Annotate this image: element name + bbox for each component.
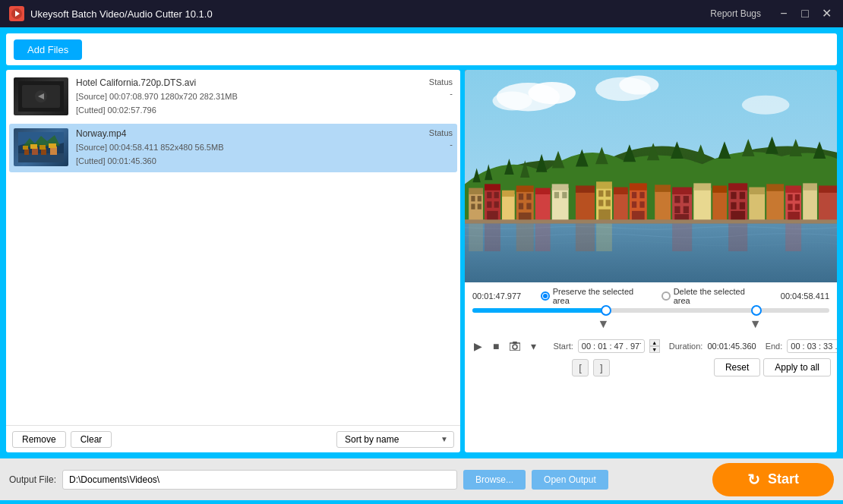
svg-rect-64 bbox=[630, 183, 647, 190]
report-bugs-link[interactable]: Report Bugs bbox=[710, 8, 761, 19]
file-status-1: Status - bbox=[407, 77, 453, 98]
progress-fill bbox=[472, 308, 608, 313]
list-item[interactable]: Norway.mp4 [Source] 00:04:58.411 852x480… bbox=[9, 124, 457, 172]
svg-rect-105 bbox=[465, 219, 837, 223]
start-time-input[interactable] bbox=[578, 339, 645, 353]
play-button[interactable]: ▶ bbox=[471, 339, 485, 354]
output-path-input[interactable] bbox=[62, 470, 457, 490]
start-time-spin: ▲ ▼ bbox=[649, 339, 660, 353]
apply-all-button[interactable]: Apply to all bbox=[763, 358, 831, 376]
svg-rect-37 bbox=[502, 194, 515, 220]
svg-rect-55 bbox=[596, 181, 612, 188]
svg-rect-58 bbox=[598, 200, 603, 206]
svg-rect-86 bbox=[740, 192, 745, 199]
svg-rect-74 bbox=[674, 196, 680, 203]
markers-row: ▼ ▼ bbox=[472, 316, 829, 332]
svg-rect-76 bbox=[674, 206, 680, 213]
stop-button[interactable]: ■ bbox=[490, 339, 502, 354]
svg-rect-100 bbox=[788, 212, 800, 220]
content-row: Hotel California.720p.DTS.avi [Source] 0… bbox=[6, 70, 837, 452]
svg-rect-57 bbox=[606, 191, 611, 197]
sort-select[interactable]: Sort by name Sort by date Sort by size bbox=[336, 431, 454, 448]
preserve-radio-dot[interactable] bbox=[541, 291, 550, 301]
delete-radio-label[interactable]: Delete the selected area bbox=[661, 287, 761, 305]
svg-rect-75 bbox=[684, 196, 689, 203]
svg-rect-70 bbox=[655, 190, 671, 221]
list-item[interactable]: Hotel California.720p.DTS.avi [Source] 0… bbox=[9, 73, 457, 121]
svg-point-21 bbox=[619, 76, 658, 95]
volume-down-icon[interactable]: ▾ bbox=[528, 339, 539, 354]
main-wrapper: Add Files bbox=[0, 27, 843, 458]
preserve-label: Preserve the selected area bbox=[553, 287, 649, 305]
svg-rect-71 bbox=[655, 184, 671, 191]
delete-radio-dot[interactable] bbox=[661, 291, 671, 301]
svg-rect-98 bbox=[788, 203, 792, 209]
svg-point-18 bbox=[528, 82, 576, 104]
start-button[interactable]: ↻ Start bbox=[712, 463, 834, 496]
file-info-1: Hotel California.720p.DTS.avi [Source] 0… bbox=[76, 77, 407, 117]
toolbar: Add Files bbox=[6, 33, 837, 65]
timeline-start-time: 00:01:47.977 bbox=[472, 291, 541, 301]
svg-rect-81 bbox=[712, 191, 727, 221]
file-meta-2: [Source] 00:04:58.411 852x480 56.5MB [Cu… bbox=[76, 141, 407, 168]
app-logo bbox=[9, 6, 24, 21]
right-marker-icon[interactable]: ▼ bbox=[750, 317, 762, 331]
svg-rect-60 bbox=[598, 209, 611, 221]
svg-rect-85 bbox=[731, 192, 736, 199]
screenshot-button[interactable] bbox=[507, 340, 523, 352]
left-bracket-button[interactable]: [ bbox=[572, 359, 589, 376]
start-time-up[interactable]: ▲ bbox=[649, 339, 660, 346]
svg-rect-33 bbox=[494, 192, 499, 198]
file-name-2: Norway.mp4 bbox=[76, 128, 407, 139]
svg-rect-29 bbox=[478, 203, 481, 209]
svg-rect-65 bbox=[632, 192, 636, 198]
svg-rect-110 bbox=[535, 224, 551, 251]
svg-rect-47 bbox=[535, 188, 551, 194]
close-button[interactable]: ✕ bbox=[819, 6, 834, 21]
svg-rect-101 bbox=[803, 188, 817, 221]
svg-point-117 bbox=[513, 345, 517, 349]
svg-rect-31 bbox=[485, 184, 500, 190]
svg-rect-56 bbox=[598, 191, 603, 197]
svg-rect-107 bbox=[469, 224, 483, 251]
remove-button[interactable]: Remove bbox=[12, 431, 66, 448]
svg-rect-34 bbox=[487, 201, 491, 207]
left-handle[interactable] bbox=[601, 305, 611, 316]
svg-rect-91 bbox=[749, 187, 765, 194]
playback-controls-row: ▶ ■ ▾ Start: ▲ bbox=[465, 335, 837, 357]
right-bracket-button[interactable]: ] bbox=[593, 359, 610, 376]
preserve-radio-label[interactable]: Preserve the selected area bbox=[541, 287, 649, 305]
svg-rect-8 bbox=[24, 149, 29, 155]
clear-button[interactable]: Clear bbox=[71, 431, 112, 448]
svg-rect-80 bbox=[693, 183, 711, 190]
svg-rect-113 bbox=[672, 224, 692, 251]
svg-rect-92 bbox=[766, 189, 784, 221]
svg-rect-90 bbox=[749, 192, 765, 221]
svg-rect-112 bbox=[596, 224, 612, 251]
file-thumbnail-2 bbox=[14, 128, 68, 166]
window-controls: − □ ✕ bbox=[776, 6, 834, 21]
svg-point-19 bbox=[492, 91, 532, 110]
start-time-down[interactable]: ▼ bbox=[649, 346, 660, 353]
reset-button[interactable]: Reset bbox=[714, 358, 760, 376]
end-time-input[interactable] bbox=[787, 339, 837, 353]
svg-rect-25 bbox=[469, 188, 483, 194]
minimize-button[interactable]: − bbox=[776, 6, 791, 21]
progress-track[interactable] bbox=[472, 308, 829, 313]
video-preview bbox=[465, 70, 837, 282]
svg-rect-99 bbox=[795, 203, 800, 209]
svg-rect-69 bbox=[632, 211, 645, 221]
svg-rect-32 bbox=[487, 192, 491, 198]
status-label-1: Status bbox=[407, 77, 453, 87]
open-output-button[interactable]: Open Output bbox=[532, 470, 608, 490]
app-title: Ukeysoft Batch Video/Audio Cutter 10.1.0 bbox=[30, 8, 710, 20]
svg-rect-95 bbox=[785, 186, 801, 193]
add-files-button[interactable]: Add Files bbox=[14, 39, 82, 60]
svg-rect-103 bbox=[819, 191, 837, 221]
right-handle[interactable] bbox=[751, 305, 762, 316]
restore-button[interactable]: □ bbox=[797, 6, 813, 21]
browse-button[interactable]: Browse... bbox=[463, 470, 526, 490]
left-marker-icon[interactable]: ▼ bbox=[598, 317, 610, 331]
svg-rect-66 bbox=[639, 192, 644, 198]
svg-rect-46 bbox=[535, 192, 551, 221]
